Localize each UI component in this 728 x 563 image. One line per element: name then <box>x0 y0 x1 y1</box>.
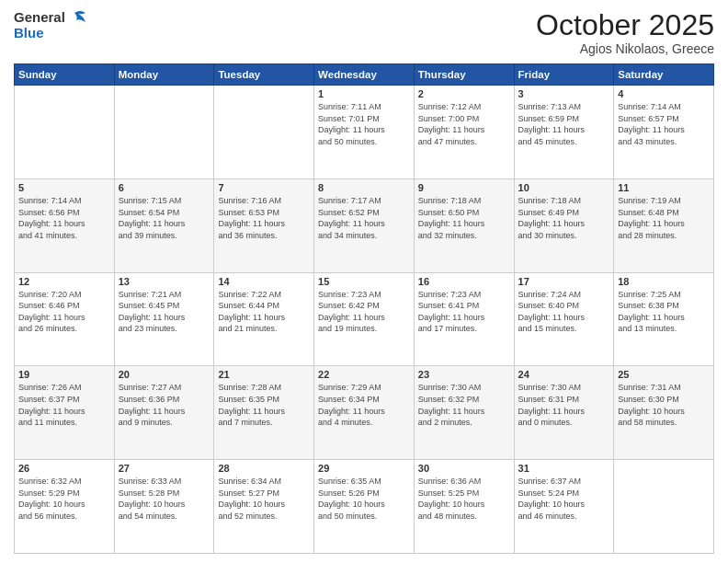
day-info: Sunrise: 7:29 AM Sunset: 6:34 PM Dayligh… <box>318 382 410 428</box>
day-info: Sunrise: 7:30 AM Sunset: 6:32 PM Dayligh… <box>418 382 510 428</box>
week-row-2: 12Sunrise: 7:20 AM Sunset: 6:46 PM Dayli… <box>15 272 714 366</box>
day-info: Sunrise: 7:22 AM Sunset: 6:44 PM Dayligh… <box>218 289 310 335</box>
calendar-cell: 15Sunrise: 7:23 AM Sunset: 6:42 PM Dayli… <box>314 272 415 366</box>
day-number: 16 <box>418 276 510 287</box>
header-tuesday: Tuesday <box>214 64 314 86</box>
day-number: 3 <box>518 88 610 99</box>
day-info: Sunrise: 7:19 AM Sunset: 6:48 PM Dayligh… <box>618 195 710 241</box>
day-number: 12 <box>18 276 110 287</box>
day-number: 25 <box>618 369 710 380</box>
calendar-cell: 2Sunrise: 7:12 AM Sunset: 7:00 PM Daylig… <box>414 86 514 179</box>
location-title: Agios Nikolaos, Greece <box>536 41 714 56</box>
calendar-cell: 30Sunrise: 6:36 AM Sunset: 5:25 PM Dayli… <box>414 460 514 554</box>
day-info: Sunrise: 7:18 AM Sunset: 6:50 PM Dayligh… <box>418 195 510 241</box>
day-info: Sunrise: 7:14 AM Sunset: 6:56 PM Dayligh… <box>18 195 110 241</box>
day-number: 27 <box>119 463 210 474</box>
calendar-cell: 23Sunrise: 7:30 AM Sunset: 6:32 PM Dayli… <box>414 366 514 460</box>
day-number: 24 <box>518 369 610 380</box>
header-saturday: Saturday <box>614 64 714 86</box>
calendar-cell: 19Sunrise: 7:26 AM Sunset: 6:37 PM Dayli… <box>15 366 115 460</box>
day-info: Sunrise: 7:12 AM Sunset: 7:00 PM Dayligh… <box>418 101 510 147</box>
week-row-4: 26Sunrise: 6:32 AM Sunset: 5:29 PM Dayli… <box>15 460 714 554</box>
day-info: Sunrise: 7:20 AM Sunset: 6:46 PM Dayligh… <box>18 289 110 335</box>
title-area: October 2025 Agios Nikolaos, Greece <box>536 9 714 56</box>
header-sunday: Sunday <box>15 64 115 86</box>
day-number: 26 <box>18 463 110 474</box>
header-friday: Friday <box>514 64 614 86</box>
day-number: 7 <box>218 182 310 193</box>
day-info: Sunrise: 7:23 AM Sunset: 6:42 PM Dayligh… <box>318 289 410 335</box>
calendar-cell: 24Sunrise: 7:30 AM Sunset: 6:31 PM Dayli… <box>514 366 614 460</box>
day-info: Sunrise: 6:33 AM Sunset: 5:28 PM Dayligh… <box>119 476 210 522</box>
day-info: Sunrise: 7:28 AM Sunset: 6:35 PM Dayligh… <box>218 382 310 428</box>
calendar-cell: 31Sunrise: 6:37 AM Sunset: 5:24 PM Dayli… <box>514 460 614 554</box>
logo-general-text: General <box>14 10 65 26</box>
day-info: Sunrise: 6:36 AM Sunset: 5:25 PM Dayligh… <box>418 476 510 522</box>
calendar-cell: 10Sunrise: 7:18 AM Sunset: 6:49 PM Dayli… <box>514 178 614 272</box>
month-title: October 2025 <box>536 9 714 41</box>
day-info: Sunrise: 6:34 AM Sunset: 5:27 PM Dayligh… <box>218 476 310 522</box>
calendar-cell: 16Sunrise: 7:23 AM Sunset: 6:41 PM Dayli… <box>414 272 514 366</box>
day-number: 1 <box>318 88 410 99</box>
calendar-cell <box>214 86 314 179</box>
calendar-cell <box>614 460 714 554</box>
week-row-1: 5Sunrise: 7:14 AM Sunset: 6:56 PM Daylig… <box>15 178 714 272</box>
day-number: 15 <box>318 276 410 287</box>
day-number: 2 <box>418 88 510 99</box>
calendar-cell: 29Sunrise: 6:35 AM Sunset: 5:26 PM Dayli… <box>314 460 415 554</box>
calendar-cell: 1Sunrise: 7:11 AM Sunset: 7:01 PM Daylig… <box>314 86 415 179</box>
logo-container: General Blue <box>14 9 87 41</box>
calendar-cell: 20Sunrise: 7:27 AM Sunset: 6:36 PM Dayli… <box>114 366 214 460</box>
day-number: 17 <box>518 276 610 287</box>
day-info: Sunrise: 7:30 AM Sunset: 6:31 PM Dayligh… <box>518 382 610 428</box>
calendar-cell: 9Sunrise: 7:18 AM Sunset: 6:50 PM Daylig… <box>414 178 514 272</box>
header-monday: Monday <box>114 64 214 86</box>
calendar-cell: 5Sunrise: 7:14 AM Sunset: 6:56 PM Daylig… <box>15 178 115 272</box>
header: General Blue October 2025 Agios Nikolaos… <box>14 9 714 56</box>
day-number: 4 <box>618 88 710 99</box>
calendar-cell: 26Sunrise: 6:32 AM Sunset: 5:29 PM Dayli… <box>15 460 115 554</box>
day-info: Sunrise: 7:21 AM Sunset: 6:45 PM Dayligh… <box>119 289 210 335</box>
page: General Blue October 2025 Agios Nikolaos… <box>0 0 728 563</box>
day-number: 23 <box>418 369 510 380</box>
day-info: Sunrise: 7:23 AM Sunset: 6:41 PM Dayligh… <box>418 289 510 335</box>
calendar-cell: 21Sunrise: 7:28 AM Sunset: 6:35 PM Dayli… <box>214 366 314 460</box>
day-info: Sunrise: 7:17 AM Sunset: 6:52 PM Dayligh… <box>318 195 410 241</box>
day-number: 9 <box>418 182 510 193</box>
calendar-cell <box>114 86 214 179</box>
day-number: 14 <box>218 276 310 287</box>
day-number: 20 <box>119 369 210 380</box>
header-wednesday: Wednesday <box>314 64 415 86</box>
day-number: 8 <box>318 182 410 193</box>
calendar-cell: 12Sunrise: 7:20 AM Sunset: 6:46 PM Dayli… <box>15 272 115 366</box>
calendar-cell: 14Sunrise: 7:22 AM Sunset: 6:44 PM Dayli… <box>214 272 314 366</box>
calendar-cell: 18Sunrise: 7:25 AM Sunset: 6:38 PM Dayli… <box>614 272 714 366</box>
day-number: 29 <box>318 463 410 474</box>
calendar-cell: 6Sunrise: 7:15 AM Sunset: 6:54 PM Daylig… <box>114 178 214 272</box>
calendar-cell: 7Sunrise: 7:16 AM Sunset: 6:53 PM Daylig… <box>214 178 314 272</box>
calendar-cell: 27Sunrise: 6:33 AM Sunset: 5:28 PM Dayli… <box>114 460 214 554</box>
day-number: 6 <box>119 182 210 193</box>
logo: General Blue <box>14 9 87 41</box>
day-info: Sunrise: 7:24 AM Sunset: 6:40 PM Dayligh… <box>518 289 610 335</box>
day-number: 28 <box>218 463 310 474</box>
day-info: Sunrise: 7:14 AM Sunset: 6:57 PM Dayligh… <box>618 101 710 147</box>
week-row-3: 19Sunrise: 7:26 AM Sunset: 6:37 PM Dayli… <box>15 366 714 460</box>
day-info: Sunrise: 7:15 AM Sunset: 6:54 PM Dayligh… <box>119 195 210 241</box>
day-info: Sunrise: 7:26 AM Sunset: 6:37 PM Dayligh… <box>18 382 110 428</box>
calendar-cell: 22Sunrise: 7:29 AM Sunset: 6:34 PM Dayli… <box>314 366 415 460</box>
header-thursday: Thursday <box>414 64 514 86</box>
day-info: Sunrise: 7:11 AM Sunset: 7:01 PM Dayligh… <box>318 101 410 147</box>
calendar-cell: 25Sunrise: 7:31 AM Sunset: 6:30 PM Dayli… <box>614 366 714 460</box>
calendar-cell: 28Sunrise: 6:34 AM Sunset: 5:27 PM Dayli… <box>214 460 314 554</box>
week-row-0: 1Sunrise: 7:11 AM Sunset: 7:01 PM Daylig… <box>15 86 714 179</box>
day-info: Sunrise: 6:37 AM Sunset: 5:24 PM Dayligh… <box>518 476 610 522</box>
calendar-cell: 13Sunrise: 7:21 AM Sunset: 6:45 PM Dayli… <box>114 272 214 366</box>
day-info: Sunrise: 7:16 AM Sunset: 6:53 PM Dayligh… <box>218 195 310 241</box>
day-number: 22 <box>318 369 410 380</box>
calendar-cell: 3Sunrise: 7:13 AM Sunset: 6:59 PM Daylig… <box>514 86 614 179</box>
calendar-cell: 4Sunrise: 7:14 AM Sunset: 6:57 PM Daylig… <box>614 86 714 179</box>
day-info: Sunrise: 7:31 AM Sunset: 6:30 PM Dayligh… <box>618 382 710 428</box>
day-info: Sunrise: 7:13 AM Sunset: 6:59 PM Dayligh… <box>518 101 610 147</box>
calendar-cell: 11Sunrise: 7:19 AM Sunset: 6:48 PM Dayli… <box>614 178 714 272</box>
